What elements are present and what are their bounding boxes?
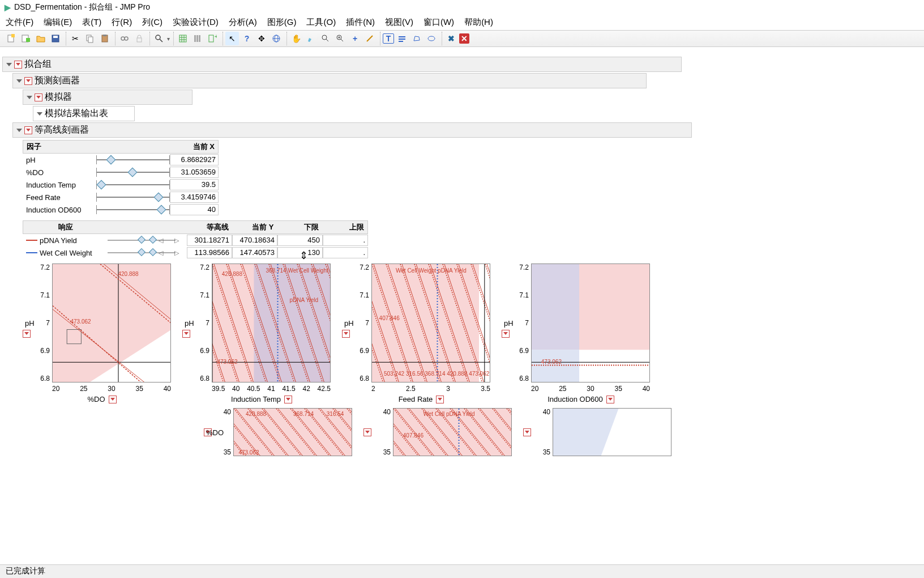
x-ticks: 2025303540 — [531, 385, 650, 393]
menu-window[interactable]: 窗口(W) — [424, 17, 454, 28]
panel-title: 模拟器 — [45, 91, 72, 103]
paste-icon[interactable] — [98, 32, 112, 45]
crosshair-icon[interactable]: ✥ — [255, 32, 268, 45]
menu-rows[interactable]: 行(R) — [112, 17, 132, 28]
disclosure-icon[interactable] — [6, 63, 12, 66]
help-tool-icon[interactable]: ? — [240, 32, 254, 45]
x-ticks: 39.54040.54141.54242.5 — [212, 385, 331, 393]
hotspot-icon[interactable] — [606, 396, 614, 403]
hotspot-icon[interactable] — [502, 330, 510, 338]
search-icon[interactable] — [152, 32, 166, 45]
columns-icon[interactable] — [191, 32, 204, 45]
brush-tool-icon[interactable] — [304, 32, 318, 45]
panel-simulator[interactable]: 模拟器 — [23, 90, 192, 105]
hotspot-icon[interactable] — [284, 396, 292, 403]
zoom-tool-icon[interactable] — [319, 32, 332, 45]
contour-plot[interactable]: 420.888368.714316.54473.062 — [233, 408, 352, 456]
factor-value[interactable]: 40 — [170, 204, 219, 215]
cut-icon[interactable]: ✂ — [69, 32, 82, 45]
polygon-tool-icon[interactable] — [410, 32, 424, 45]
menu-addins[interactable]: 插件(N) — [346, 17, 375, 28]
hi-value[interactable]: . — [323, 235, 368, 246]
factor-slider[interactable] — [96, 193, 170, 202]
x-axis-label-row: Feed Rate — [352, 395, 490, 403]
factor-value[interactable]: 6.8682927 — [170, 154, 219, 165]
disclosure-icon[interactable] — [37, 112, 42, 116]
contour-plot[interactable]: Wet Cell Weight pDNA Yield407.846503.242… — [371, 264, 490, 382]
panel-predictor[interactable]: 预测刻画器 — [12, 73, 647, 88]
current-y-value[interactable]: 470.18634 — [232, 235, 277, 246]
hotspot-icon[interactable] — [363, 428, 371, 436]
panel-contour[interactable]: 等高线刻画器 — [12, 122, 692, 138]
save-icon[interactable] — [49, 32, 62, 45]
ellipse-tool-icon[interactable] — [425, 32, 438, 45]
new-script-icon[interactable] — [19, 32, 33, 45]
contour-value[interactable]: 113.98566 — [187, 247, 232, 258]
contour-plot[interactable] — [553, 408, 671, 456]
line-tool-icon[interactable] — [363, 32, 377, 45]
hotspot-icon[interactable] — [24, 126, 32, 134]
lock-icon[interactable] — [132, 32, 146, 45]
response-slider[interactable]: ◁ ▷ — [108, 236, 187, 245]
svg-text:Wet Cell Weight pDNA Yield: Wet Cell Weight pDNA Yield — [396, 267, 467, 274]
x-axis-label: Induction Temp — [231, 395, 281, 403]
zoom-in-icon[interactable] — [333, 32, 347, 45]
menu-tools[interactable]: 工具(O) — [306, 17, 336, 28]
text-tool-icon[interactable]: T — [383, 33, 394, 44]
hotspot-icon[interactable] — [23, 330, 31, 338]
factor-slider[interactable] — [96, 155, 170, 164]
current-y-value[interactable]: 147.40573 — [232, 247, 277, 258]
menu-file[interactable]: 文件(F) — [6, 17, 33, 28]
tools-icon[interactable]: ✖ — [444, 32, 458, 45]
open-icon[interactable] — [34, 32, 48, 45]
menu-cols[interactable]: 列(C) — [142, 17, 162, 28]
menu-help[interactable]: 帮助(H) — [464, 17, 493, 28]
shape-tool-icon[interactable] — [395, 32, 409, 45]
close-icon[interactable]: ✕ — [459, 33, 469, 44]
add-marker-icon[interactable]: + — [348, 32, 362, 45]
contour-plot[interactable]: 473.062 — [531, 264, 650, 382]
hotspot-icon[interactable] — [35, 94, 42, 101]
globe-icon[interactable] — [270, 32, 283, 45]
factor-value[interactable]: 3.4159746 — [170, 192, 219, 203]
factor-value[interactable]: 39.5 — [170, 179, 219, 190]
menu-graph[interactable]: 图形(G) — [267, 17, 297, 28]
hotspot-icon[interactable] — [342, 330, 350, 338]
menu-analyze[interactable]: 分析(A) — [229, 17, 257, 28]
svg-rect-9 — [103, 35, 106, 36]
hotspot-icon[interactable] — [24, 77, 32, 85]
hotspot-icon[interactable] — [523, 428, 531, 436]
grid-icon[interactable] — [176, 32, 190, 45]
hotspot-icon[interactable] — [182, 330, 190, 338]
hotspot-icon[interactable] — [109, 396, 117, 403]
add-column-icon[interactable]: + — [206, 32, 219, 45]
menu-doe[interactable]: 实验设计(D) — [173, 17, 219, 28]
hotspot-icon[interactable] — [14, 61, 22, 69]
disclosure-icon[interactable] — [27, 96, 32, 99]
contour-plot[interactable]: 420.888473.062 — [52, 264, 171, 382]
arrow-tool-icon[interactable]: ↖ — [225, 32, 239, 45]
contour-plot[interactable]: 420.888368.714 Wet Cell WeightpDNA Yield… — [212, 264, 331, 382]
panel-simout[interactable]: 模拟结果输出表 — [33, 106, 135, 121]
hotspot-icon[interactable] — [436, 396, 444, 403]
menu-view[interactable]: 视图(V) — [385, 17, 413, 28]
lo-value[interactable]: 130 — [277, 247, 323, 258]
new-table-icon[interactable] — [5, 32, 18, 45]
factor-slider[interactable] — [96, 168, 170, 177]
disclosure-icon[interactable] — [16, 79, 22, 83]
hand-tool-icon[interactable]: ✋ — [289, 32, 303, 45]
contour-plot[interactable]: Wet Cell pDNA Yield407.846 — [393, 408, 512, 456]
hi-value[interactable]: . — [323, 247, 368, 258]
contour-value[interactable]: 301.18271 — [187, 235, 232, 246]
menu-tables[interactable]: 表(T) — [82, 17, 101, 28]
link-icon[interactable] — [118, 32, 131, 45]
factor-value[interactable]: 31.053659 — [170, 167, 219, 178]
menu-edit[interactable]: 编辑(E) — [44, 17, 72, 28]
panel-fit-group[interactable]: 拟合组 — [2, 57, 682, 72]
response-slider[interactable]: ◁ ▷ — [108, 248, 187, 257]
disclosure-icon[interactable] — [16, 129, 22, 132]
factor-slider[interactable] — [96, 180, 170, 189]
factor-slider[interactable] — [96, 205, 170, 214]
lo-value[interactable]: 450 — [277, 235, 323, 246]
copy-icon[interactable] — [83, 32, 97, 45]
